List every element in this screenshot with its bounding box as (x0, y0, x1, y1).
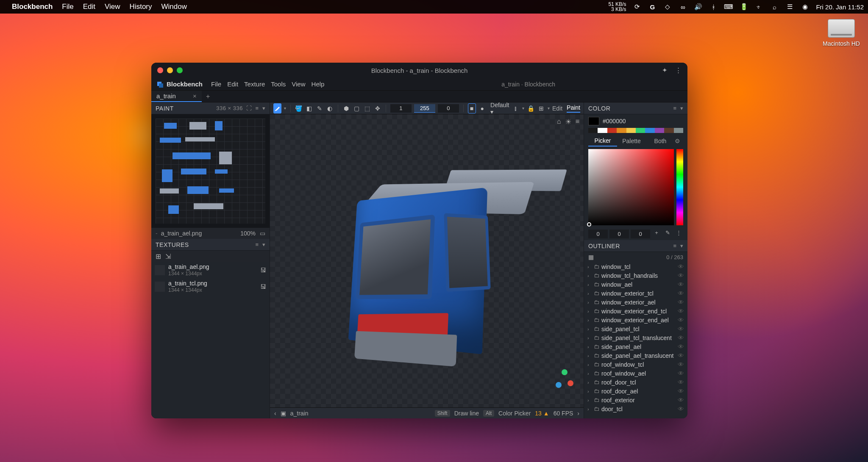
menubar-app[interactable]: Blockbench (12, 3, 53, 11)
keyboard-icon[interactable]: ⌨ (724, 3, 733, 11)
chevron-right-icon[interactable]: › (587, 309, 592, 314)
fill-tool[interactable]: 🪣 (295, 103, 303, 113)
sun-icon[interactable]: ☀ (565, 118, 571, 126)
r-value[interactable]: 0 (588, 230, 608, 238)
menu-edit[interactable]: Edit (227, 80, 238, 88)
eraser-tool[interactable]: ◧ (305, 103, 313, 113)
sync-icon[interactable]: ⟳ (633, 3, 641, 11)
search-icon[interactable]: ⌕ (770, 3, 779, 11)
google-icon[interactable]: G (648, 3, 657, 11)
outliner-item[interactable]: ›🗀roof_door_ael👁 (584, 387, 687, 396)
menu-tools[interactable]: Tools (271, 80, 286, 88)
outliner-item[interactable]: ›🗀door_tcl👁 (584, 404, 687, 413)
outliner-item[interactable]: ›🗀side_panel_tcl👁 (584, 324, 687, 333)
chevron-down-icon[interactable]: ▾ (680, 105, 684, 111)
tab-palette[interactable]: Palette (617, 136, 646, 146)
lock-icon[interactable]: 🔒 (527, 103, 535, 113)
menu-texture[interactable]: Texture (244, 80, 265, 88)
outliner-item[interactable]: ›🗀window_tcl👁 (584, 262, 687, 271)
outliner-item[interactable]: ›🗀window_exterior_tcl👁 (584, 289, 687, 298)
color-swatch[interactable] (588, 117, 599, 125)
forward-icon[interactable]: › (577, 410, 579, 417)
saturation-value[interactable] (588, 149, 674, 225)
picker-cursor[interactable] (587, 222, 591, 227)
menubar-window[interactable]: Window (161, 3, 187, 11)
warn-count[interactable]: 13 ▲ (535, 410, 549, 417)
maximize-button[interactable] (177, 67, 183, 73)
visibility-icon[interactable]: 👁 (678, 405, 684, 412)
outliner-item[interactable]: ›🗀window_exterior_ael👁 (584, 298, 687, 307)
bluetooth-icon[interactable]: ᚼ (709, 3, 718, 11)
palette-swatch[interactable] (664, 128, 673, 133)
axis-x[interactable] (568, 380, 573, 386)
viewport[interactable]: ⌂ ☀ ≡ (270, 114, 584, 407)
menubar-file[interactable]: File (62, 3, 73, 11)
visibility-icon[interactable]: 👁 (678, 263, 684, 270)
move-tool[interactable]: ✥ (374, 103, 382, 113)
mode-paint[interactable]: Paint (567, 104, 580, 113)
color-picker[interactable] (588, 149, 683, 225)
visibility-icon[interactable]: 👁 (678, 396, 684, 404)
outliner-item[interactable]: ›🗀window_ael👁 (584, 280, 687, 289)
grid-dropdown[interactable]: ▾ (548, 106, 550, 111)
texture-item[interactable]: a_train_tcl.png 1344 × 1344px 🖫 (151, 278, 270, 295)
shape-tool[interactable]: ⬢ (342, 103, 351, 113)
outliner-item[interactable]: ›🗀roof_exterior👁 (584, 396, 687, 404)
palette-select[interactable]: Default ▾ (490, 102, 509, 115)
extension-icon[interactable]: ✦ (662, 66, 668, 74)
chevron-right-icon[interactable]: › (587, 326, 592, 332)
gradient-tool[interactable]: ◐ (326, 103, 334, 113)
chevron-right-icon[interactable]: › (587, 362, 592, 367)
palette-swatch[interactable] (655, 128, 664, 133)
visibility-icon[interactable]: 👁 (678, 272, 684, 279)
outliner-item[interactable]: ›🗀side_panel_tcl_translucent👁 (584, 333, 687, 342)
outliner-item[interactable]: ›🗀roof_window_tcl👁 (584, 360, 687, 369)
import-texture-icon[interactable]: ⇲ (165, 252, 171, 260)
tab-both[interactable]: Both (646, 136, 675, 146)
palette-swatch[interactable] (588, 128, 598, 133)
visibility-icon[interactable]: 👁 (678, 325, 684, 332)
control-center-icon[interactable]: ☰ (785, 3, 794, 11)
chevron-right-icon[interactable]: › (587, 407, 592, 412)
palette-swatch[interactable] (617, 128, 626, 133)
select-tool[interactable]: ⬚ (363, 103, 371, 113)
options-icon[interactable]: ≡ (673, 105, 676, 111)
square-brush-icon[interactable]: ■ (468, 103, 476, 113)
outliner-item[interactable]: ›🗀window_tcl_handrails👁 (584, 271, 687, 280)
visibility-icon[interactable]: 👁 (678, 299, 684, 306)
chevron-right-icon[interactable]: › (587, 318, 592, 323)
chevron-right-icon[interactable]: › (587, 353, 592, 358)
softness-input[interactable] (438, 104, 459, 113)
menubar-edit[interactable]: Edit (83, 3, 95, 11)
uv-preview[interactable] (151, 114, 270, 228)
brush-dropdown-icon[interactable]: ▾ (284, 106, 286, 111)
chevron-right-icon[interactable]: › (587, 300, 592, 305)
close-button[interactable] (157, 67, 163, 73)
outliner-item[interactable]: ›🗀roof_door_tcl👁 (584, 378, 687, 387)
add-cube-icon[interactable]: ▦ (588, 254, 594, 260)
hex-value[interactable]: #000000 (603, 118, 626, 124)
visibility-icon[interactable]: 👁 (678, 352, 684, 359)
menu-help[interactable]: Help (312, 80, 325, 88)
chevron-right-icon[interactable]: › (587, 398, 592, 403)
back-icon[interactable]: ‹ (274, 410, 276, 417)
opacity-input[interactable] (414, 104, 435, 113)
tab-a-train[interactable]: a_train × (151, 91, 202, 102)
brush-size-input[interactable] (390, 104, 412, 113)
visibility-icon[interactable]: 👁 (678, 343, 684, 350)
titlebar[interactable]: Blockbench - a_train - Blockbench ✦ ⋮ (151, 63, 687, 78)
kebab-icon[interactable]: ⋮ (674, 230, 683, 238)
chevron-right-icon[interactable]: › (587, 380, 592, 385)
diamond-icon[interactable]: ◇ (663, 3, 672, 11)
palette-swatch[interactable] (598, 128, 607, 133)
picker-icon[interactable]: ✎ (663, 230, 672, 238)
palette-swatch[interactable] (674, 128, 683, 133)
visibility-icon[interactable]: 👁 (678, 361, 684, 368)
battery-icon[interactable]: 🔋 (740, 3, 748, 11)
rect-tool[interactable]: ▢ (353, 103, 361, 113)
outliner-item[interactable]: ›🗀side_panel_ael👁 (584, 342, 687, 351)
close-tab-icon[interactable]: × (193, 92, 197, 100)
save-icon[interactable]: 🖫 (260, 267, 266, 274)
add-texture-icon[interactable]: ⊞ (156, 252, 161, 260)
add-color-icon[interactable]: + (652, 230, 661, 238)
